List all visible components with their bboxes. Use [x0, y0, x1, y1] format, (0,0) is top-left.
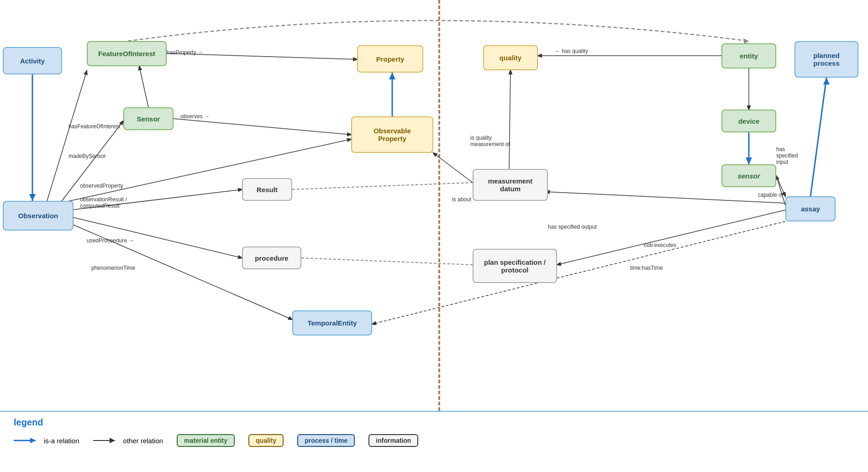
- svg-line-24: [776, 176, 785, 205]
- has-property-label: hasProperty →: [167, 49, 203, 56]
- made-by-sensor-label: madeBySensor: [68, 153, 106, 159]
- legend-material-entity: material entity: [177, 434, 235, 447]
- svg-line-17: [71, 217, 242, 258]
- used-procedure-label: usedProceedure →: [87, 237, 134, 244]
- time-has-time-label: time:hasTime: [630, 265, 663, 271]
- has-feature-label: hasFeatureOfInterest: [68, 123, 120, 130]
- feature-of-interest-node: FeatureOfInterest: [87, 41, 167, 66]
- svg-marker-2: [29, 194, 36, 201]
- svg-line-7: [174, 119, 351, 135]
- vertical-divider: [438, 0, 440, 411]
- property-node: Property: [357, 45, 423, 73]
- svg-line-4: [46, 71, 87, 205]
- observable-property-node: Observable Property: [351, 116, 433, 153]
- svg-line-6: [55, 121, 123, 210]
- svg-line-27: [776, 176, 785, 196]
- svg-marker-9: [389, 73, 395, 79]
- legend: legend is-a relation other relation mate…: [0, 411, 868, 472]
- svg-line-5: [139, 66, 148, 107]
- svg-line-25: [546, 192, 785, 203]
- temporal-entity-node: TemporalEntity: [292, 310, 372, 336]
- result-node: Result: [242, 178, 292, 201]
- legend-quality: quality: [248, 434, 284, 447]
- procedure-node: procedure: [242, 246, 301, 269]
- legend-process-time: process / time: [297, 434, 355, 447]
- svg-line-21: [509, 70, 510, 169]
- svg-marker-13: [746, 157, 752, 164]
- has-quality-label: ← has quality: [555, 48, 588, 54]
- sensor-node: Sensor: [123, 107, 174, 130]
- obs-result-label: observationResult /computedResult: [80, 196, 127, 209]
- svg-line-20: [292, 183, 473, 189]
- device-node: device: [721, 110, 776, 132]
- svg-line-23: [557, 210, 785, 265]
- other-relation-label: other relation: [123, 437, 163, 445]
- legend-title: legend: [14, 417, 854, 428]
- has-spec-output-label: has specified output: [548, 224, 597, 230]
- svg-marker-15: [823, 78, 830, 84]
- measurement-datum-node: measurement datum: [473, 169, 548, 201]
- svg-line-18: [59, 139, 351, 203]
- svg-line-16: [71, 189, 242, 210]
- observation-node: Observation: [3, 201, 74, 231]
- isa-relation-label: is-a relation: [44, 437, 79, 445]
- svg-line-22: [301, 258, 473, 265]
- legend-information: information: [368, 434, 418, 447]
- svg-line-19: [71, 224, 292, 320]
- legend-items: is-a relation other relation material en…: [14, 434, 854, 447]
- activity-node: Activity: [3, 47, 62, 74]
- is-quality-meas-label: is qualitymeasurement of: [470, 135, 510, 147]
- cob-executes-label: cob:executes: [644, 242, 676, 248]
- svg-line-26: [372, 221, 785, 324]
- diagram-container: Activity FeatureOfInterest Property qual…: [0, 0, 868, 411]
- observed-property-label: observedProperty: [80, 183, 123, 189]
- has-spec-input-label: hasspecifiedinput: [776, 146, 798, 165]
- planned-process-node: planned process: [794, 41, 858, 78]
- is-about-label: is about: [452, 196, 471, 203]
- observes-label: observes →: [180, 113, 210, 120]
- quality-node: quality: [483, 45, 538, 70]
- svg-line-3: [167, 53, 357, 59]
- entity-node: entity: [721, 43, 776, 68]
- legend-other-relation: other relation: [93, 435, 163, 446]
- capable-of-label: capable of: [758, 192, 783, 198]
- phenomenon-time-label: phenomenonTime: [91, 265, 135, 271]
- assay-node: assay: [785, 196, 836, 221]
- svg-line-14: [810, 78, 826, 196]
- legend-isa-relation: is-a relation: [14, 435, 79, 446]
- sensor-italic-node: sensor: [721, 164, 776, 187]
- svg-marker-32: [110, 438, 115, 443]
- plan-spec-node: plan specification / protocol: [473, 249, 557, 283]
- svg-marker-30: [30, 438, 36, 443]
